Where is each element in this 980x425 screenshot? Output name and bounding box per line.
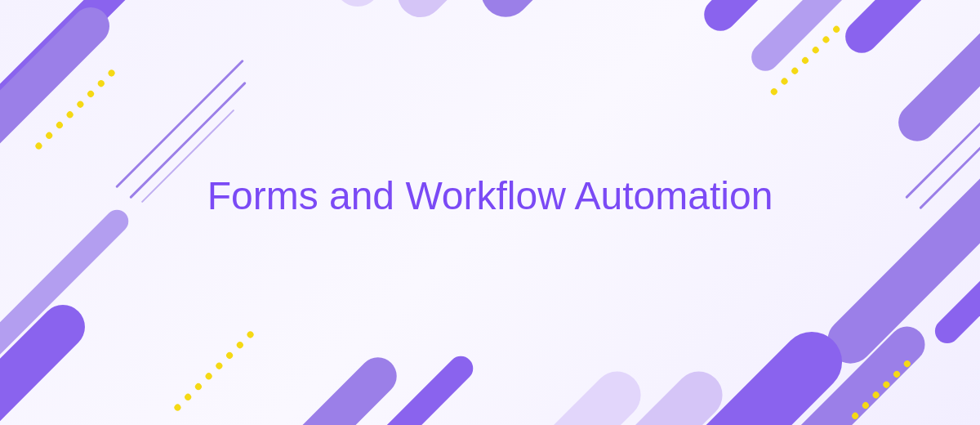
decorative-background <box>0 0 980 425</box>
dot-accent-icon <box>173 330 255 412</box>
